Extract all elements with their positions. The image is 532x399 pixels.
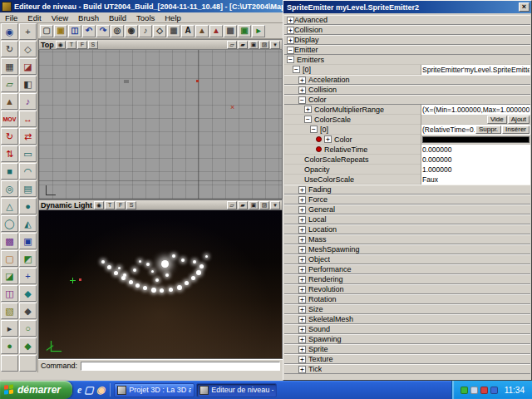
prop-row-sprite[interactable]: +Sprite bbox=[284, 344, 530, 354]
section-advanced[interactable]: +Advanced bbox=[284, 15, 530, 25]
tool-icon[interactable]: ● bbox=[1, 337, 18, 354]
spiral-stair-brush-icon[interactable]: ◎ bbox=[1, 180, 18, 197]
menu-edit[interactable]: Edit bbox=[22, 13, 46, 22]
camera-speed-icon[interactable]: ▸ bbox=[1, 320, 18, 337]
intersect-brush-icon[interactable]: ◩ bbox=[19, 250, 37, 267]
media-player-icon[interactable]: ◉ bbox=[96, 385, 105, 395]
emitter-gizmo-icon[interactable] bbox=[70, 280, 76, 281]
actor-rotate-icon[interactable]: ↻ bbox=[1, 41, 18, 57]
lit-mode-icon[interactable]: ▣ bbox=[249, 201, 259, 209]
add-antiportal-icon[interactable]: ◆ bbox=[19, 303, 37, 319]
zone-mode-icon[interactable]: ▨ bbox=[259, 201, 269, 209]
actor-scale-icon[interactable]: ◇ bbox=[19, 41, 37, 57]
messenger-icon[interactable] bbox=[480, 387, 488, 394]
camera-mode-icon[interactable]: ◉ bbox=[1, 23, 18, 40]
redo-icon[interactable]: ↷ bbox=[96, 25, 110, 37]
expand-icon[interactable]: + bbox=[298, 86, 306, 94]
expand-icon[interactable]: + bbox=[298, 216, 306, 224]
expand-icon[interactable]: + bbox=[298, 226, 306, 234]
prop-row-object[interactable]: +Object bbox=[284, 254, 530, 264]
viewport-options-icon[interactable]: ▾ bbox=[270, 41, 280, 49]
network-icon[interactable] bbox=[470, 387, 478, 394]
taskbar-task[interactable]: Editeur de niveau - B... bbox=[196, 383, 277, 397]
prop-row-collision[interactable]: +Collision bbox=[284, 85, 530, 95]
prop-row-usecolorscale[interactable]: UseColorScaleFaux bbox=[284, 175, 530, 185]
expand-icon[interactable]: + bbox=[298, 186, 306, 194]
volume-icon[interactable] bbox=[490, 387, 498, 394]
deintersect-brush-icon[interactable]: ◪ bbox=[1, 268, 18, 284]
vertex-edit-icon[interactable]: + bbox=[19, 23, 37, 40]
color-swatch[interactable] bbox=[422, 136, 530, 143]
expand-icon[interactable]: + bbox=[298, 296, 306, 303]
expand-icon[interactable]: + bbox=[324, 135, 332, 143]
prop-row-0[interactable]: −[0](RelativeTime=0.00000...Suppr.Insére… bbox=[284, 125, 530, 135]
expand-icon[interactable]: + bbox=[287, 37, 294, 44]
prop-row-relativetime[interactable]: RelativeTime0.000000 bbox=[284, 145, 530, 155]
expand-icon[interactable]: + bbox=[298, 276, 306, 283]
expand-icon[interactable]: + bbox=[298, 286, 306, 293]
mirror-x-icon[interactable]: ⇄ bbox=[19, 128, 37, 145]
prop-row-sound[interactable]: +Sound bbox=[284, 324, 530, 334]
prop-row-colormultiplierrange[interactable]: +ColorMultiplierRange(X=(Min=1.000000,Ma… bbox=[284, 105, 530, 115]
ajout-button[interactable]: Ajout bbox=[508, 116, 530, 124]
prop-row-force[interactable]: +Force bbox=[284, 195, 530, 204]
prop-row-color[interactable]: −Color bbox=[284, 95, 530, 105]
terrain-edit-icon[interactable]: ▲ bbox=[1, 93, 18, 110]
sphere-brush-icon[interactable]: ● bbox=[19, 198, 37, 214]
expand-icon[interactable]: + bbox=[298, 196, 306, 204]
volume-brush-icon[interactable]: ▩ bbox=[1, 233, 18, 249]
ins-rer-button[interactable]: Insérer bbox=[502, 126, 530, 134]
new-map-icon[interactable]: ▢ bbox=[40, 25, 53, 37]
textured-mode-icon[interactable]: ▰ bbox=[238, 201, 248, 209]
prop-row-tick[interactable]: +Tick bbox=[284, 364, 530, 374]
prop-row-size[interactable]: +Size bbox=[284, 304, 530, 314]
section-display[interactable]: +Display bbox=[284, 35, 530, 45]
save-map-icon[interactable]: ◫ bbox=[68, 25, 81, 37]
collapse-icon[interactable]: − bbox=[287, 56, 294, 63]
add-special-brush-icon[interactable]: + bbox=[19, 268, 37, 284]
collapse-icon[interactable]: − bbox=[310, 126, 318, 133]
add-mover-icon[interactable]: ◫ bbox=[1, 285, 18, 302]
expand-icon[interactable]: + bbox=[298, 266, 306, 273]
build-geometry-icon[interactable]: ▩ bbox=[224, 25, 237, 37]
zone-mode-icon[interactable]: ▨ bbox=[259, 41, 269, 49]
face-drag-icon[interactable]: ◧ bbox=[19, 76, 37, 92]
expand-icon[interactable]: + bbox=[287, 27, 294, 34]
tool-icon[interactable] bbox=[19, 355, 37, 372]
prop-row-fading[interactable]: +Fading bbox=[284, 185, 530, 195]
prop-row-colorscalerepeats[interactable]: ColorScaleRepeats0.000000 bbox=[284, 155, 530, 165]
collapse-icon[interactable]: − bbox=[287, 47, 294, 54]
prop-row-0[interactable]: −[0]SpriteEmitter'myLevel.SpriteEmitter2… bbox=[284, 65, 530, 75]
prop-row-local[interactable]: +Local bbox=[284, 214, 530, 224]
texture-pan-icon[interactable]: ↔ bbox=[19, 111, 37, 127]
collapse-icon[interactable]: − bbox=[304, 116, 312, 123]
actor-classes-icon[interactable]: A bbox=[181, 25, 195, 37]
cone-brush-icon[interactable]: △ bbox=[1, 198, 18, 214]
section-collision[interactable]: +Collision bbox=[284, 25, 530, 35]
prop-row-emitters[interactable]: −Emitters bbox=[284, 55, 530, 65]
expand-icon[interactable]: + bbox=[298, 356, 306, 363]
suppr-button[interactable]: Suppr. bbox=[475, 126, 501, 134]
emitter-actor-marker[interactable]: × bbox=[230, 103, 234, 111]
collapse-icon[interactable]: − bbox=[293, 66, 300, 73]
prop-row-revolution[interactable]: +Revolution bbox=[284, 284, 530, 294]
realtime-preview-icon[interactable]: ◉ bbox=[94, 201, 104, 209]
menu-tools[interactable]: Tools bbox=[131, 13, 160, 22]
add-static-mesh-icon[interactable]: ◆ bbox=[19, 285, 37, 302]
tool-icon[interactable] bbox=[1, 355, 18, 372]
show-desktop-icon[interactable]: ▢ bbox=[84, 385, 93, 395]
prop-row-color[interactable]: +Color bbox=[284, 135, 530, 145]
view-mode-t-button[interactable]: T bbox=[105, 201, 115, 209]
tetrahedron-brush-icon[interactable]: ◭ bbox=[19, 215, 37, 232]
matinee-icon[interactable]: ♪ bbox=[19, 93, 37, 110]
play-map-icon[interactable]: ▸ bbox=[252, 25, 265, 37]
brush-clip-icon[interactable]: ◪ bbox=[19, 58, 37, 75]
properties-window-titlebar[interactable]: SpriteEmitter myLevel.SpriteEmitter2 × bbox=[283, 1, 531, 13]
viewport-perspective-canvas[interactable] bbox=[38, 210, 283, 359]
main-window-titlebar[interactable]: Editeur de niveau - Build UT2004_Build_[… bbox=[0, 0, 283, 12]
prop-row-mass[interactable]: +Mass bbox=[284, 234, 530, 244]
menu-view[interactable]: View bbox=[47, 13, 73, 22]
music-icon[interactable]: ♪ bbox=[139, 25, 152, 37]
expand-icon[interactable]: + bbox=[298, 246, 306, 254]
prop-row-rotation[interactable]: +Rotation bbox=[284, 294, 530, 304]
